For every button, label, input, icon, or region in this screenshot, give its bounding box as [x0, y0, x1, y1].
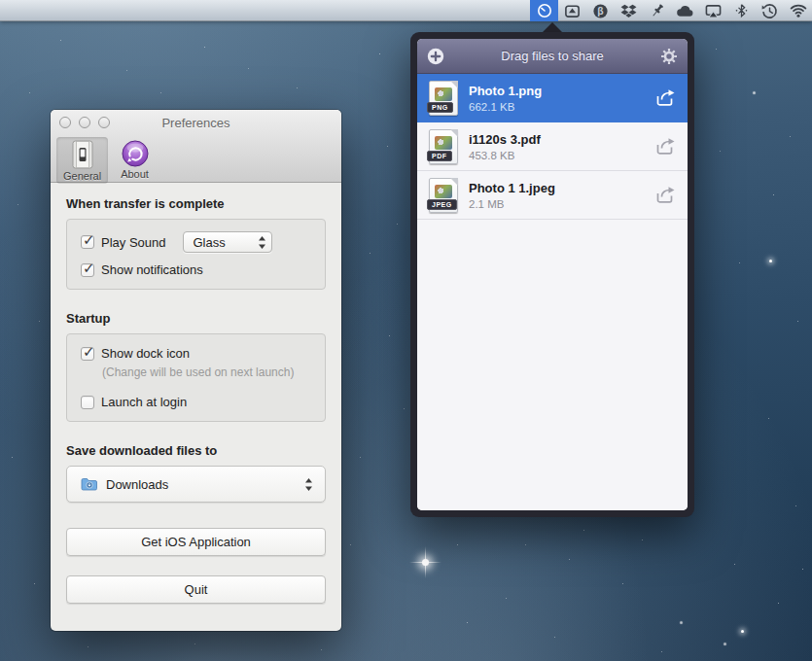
preferences-window: Preferences General About When transfer …: [51, 110, 341, 631]
light-switch-icon: [70, 140, 95, 169]
stepper-arrows-icon: [258, 235, 266, 250]
pushpin-icon[interactable]: [643, 0, 671, 21]
tab-general[interactable]: General: [56, 137, 108, 184]
window-header: Preferences General About: [51, 110, 341, 183]
file-size: 662.1 KB: [469, 101, 542, 113]
popover-title: Drag files to share: [417, 49, 688, 63]
file-name: Photo 1.png: [469, 84, 542, 98]
png-file-icon: PNG: [429, 81, 458, 116]
download-folder-select[interactable]: Downloads: [66, 466, 326, 503]
file-size: 2.1 MB: [469, 198, 555, 210]
tab-about[interactable]: About: [114, 137, 156, 184]
downloads-folder-icon: [81, 477, 98, 491]
transfer-group: ✓ Play Sound Glass ✓ Show notifications: [66, 219, 326, 290]
stepper-arrows-icon: [304, 477, 313, 492]
get-ios-app-button[interactable]: Get iOS Application: [66, 528, 326, 556]
popover-header: Drag files to share: [417, 39, 688, 74]
launch-at-login-label: Launch at login: [101, 395, 187, 409]
add-files-button[interactable]: [427, 48, 444, 65]
time-machine-icon[interactable]: [756, 0, 784, 21]
show-dock-icon-checkbox[interactable]: ✓: [81, 347, 94, 361]
svg-text:β: β: [597, 6, 603, 17]
beta-icon[interactable]: β: [586, 0, 615, 21]
sound-select-value: Glass: [194, 235, 226, 250]
pdf-file-icon: PDF: [429, 129, 458, 164]
file-name: i1120s 3.pdf: [469, 132, 541, 147]
bright-star: [422, 559, 429, 566]
tab-about-label: About: [121, 168, 149, 180]
share-icon[interactable]: [654, 186, 676, 204]
tab-general-label: General: [63, 170, 101, 182]
close-button[interactable]: [59, 117, 71, 128]
gear-icon[interactable]: [660, 48, 678, 65]
file-row[interactable]: PNG Photo 1.png 662.1 KB: [417, 74, 688, 122]
title-bar[interactable]: Preferences: [51, 110, 341, 135]
preferences-content: When transfer is complete ✓ Play Sound G…: [51, 183, 341, 604]
eject-icon[interactable]: [558, 0, 586, 21]
file-name: Photo 1 1.jpeg: [469, 181, 555, 195]
show-notifications-checkbox[interactable]: ✓: [81, 263, 94, 277]
launch-at-login-checkbox[interactable]: [81, 396, 94, 409]
download-folder-value: Downloads: [106, 477, 168, 492]
app-logo-icon: [122, 140, 149, 167]
dropbox-icon[interactable]: [615, 0, 643, 21]
star: [769, 260, 772, 262]
file-row[interactable]: JPEG Photo 1 1.jpeg 2.1 MB: [417, 171, 688, 220]
zoom-button[interactable]: [98, 117, 110, 128]
file-size: 453.8 KB: [469, 150, 541, 161]
show-dock-icon-label: Show dock icon: [101, 346, 190, 361]
airplay-icon[interactable]: [699, 0, 727, 21]
transfer-section-heading: When transfer is complete: [66, 196, 326, 211]
star: [741, 630, 744, 633]
file-type-badge: PNG: [427, 102, 453, 113]
jpeg-file-icon: JPEG: [429, 178, 458, 213]
menu-bar: β: [0, 0, 812, 21]
save-section-heading: Save downloaded files to: [66, 443, 326, 458]
sound-select[interactable]: Glass: [183, 231, 272, 253]
wifi-icon[interactable]: [784, 0, 812, 21]
quit-button[interactable]: Quit: [66, 575, 326, 604]
share-icon[interactable]: [654, 88, 676, 107]
startup-section-heading: Startup: [66, 311, 326, 326]
status-icon-tray: β: [530, 0, 812, 21]
share-popover: Drag files to share PNG Photo 1.png 662.…: [410, 22, 694, 517]
preferences-toolbar: General About: [51, 135, 341, 184]
play-sound-label: Play Sound: [101, 235, 166, 250]
bluetooth-icon[interactable]: [727, 0, 756, 21]
popover-frame: Drag files to share PNG Photo 1.png 662.…: [410, 32, 694, 517]
minimize-button[interactable]: [79, 117, 90, 128]
file-type-badge: JPEG: [427, 199, 457, 210]
file-row[interactable]: PDF i1120s 3.pdf 453.8 KB: [417, 122, 688, 171]
play-sound-checkbox[interactable]: ✓: [81, 235, 94, 249]
share-icon[interactable]: [654, 137, 676, 156]
deskconnect-status-icon[interactable]: [530, 0, 558, 21]
startup-group: ✓ Show dock icon (Change will be used on…: [66, 333, 326, 422]
cloud-icon[interactable]: [671, 0, 699, 21]
show-notifications-label: Show notifications: [101, 262, 203, 277]
dock-icon-note: (Change will be used on next launch): [102, 365, 311, 379]
file-type-badge: PDF: [427, 151, 452, 161]
drop-zone[interactable]: [417, 220, 688, 510]
